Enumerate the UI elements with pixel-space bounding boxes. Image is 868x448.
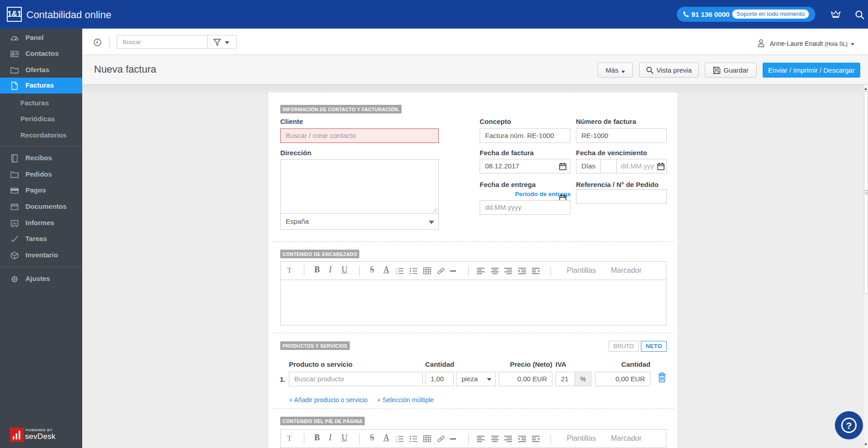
svg-text:3: 3 [396,273,397,275]
svg-text:3: 3 [396,441,397,443]
svg-text:?: ? [846,420,852,431]
